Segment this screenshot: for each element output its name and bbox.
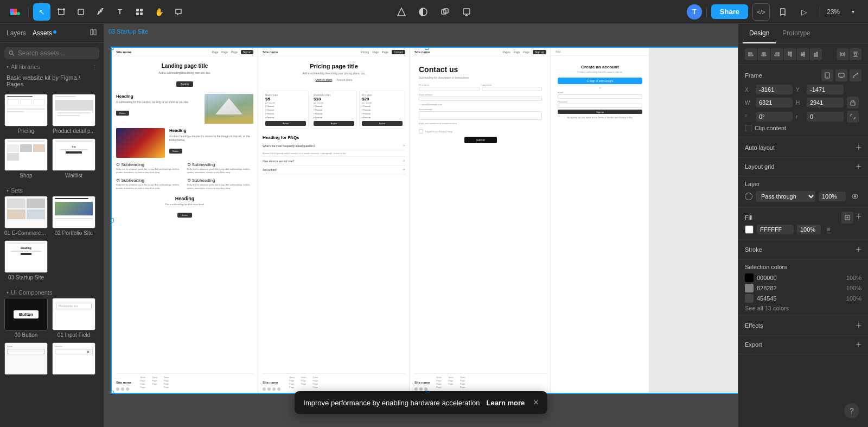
handle-top-left[interactable] (111, 47, 114, 50)
fill-color-swatch[interactable] (745, 225, 754, 234)
stroke-section-header: Stroke + (745, 245, 861, 254)
desktop-frame-button[interactable] (835, 69, 847, 81)
add-export-button[interactable]: + (856, 340, 861, 349)
align-right-button[interactable] (771, 48, 783, 60)
distribute-v-button[interactable] (850, 48, 861, 60)
resize-button[interactable] (850, 69, 861, 81)
fill-style-button[interactable]: ≡ (824, 225, 833, 234)
play-button[interactable]: ▷ (796, 3, 813, 21)
text-tool-button[interactable]: T (111, 3, 129, 21)
list-item[interactable]: Number ▶ (52, 342, 95, 377)
visibility-toggle-button[interactable] (849, 190, 861, 202)
plugins-button[interactable] (393, 3, 410, 21)
shape-tool-button[interactable] (72, 3, 90, 21)
independent-corners-button[interactable] (847, 111, 859, 123)
align-bottom-button[interactable] (810, 48, 822, 60)
components-tool-button[interactable] (131, 3, 148, 21)
zoom-dropdown-button[interactable]: ▾ (844, 3, 861, 21)
align-top-button[interactable] (784, 48, 796, 60)
corner-input[interactable] (807, 112, 844, 122)
sel-color-name-3: 454545 (757, 295, 777, 302)
book-button[interactable] (774, 3, 792, 21)
handle-bottom-left[interactable] (111, 391, 114, 394)
design-tab[interactable]: Design (743, 24, 776, 43)
design-frame[interactable]: 6321 × 2941 Site name Page Page Page (111, 47, 738, 394)
libraries-icon[interactable] (90, 28, 97, 38)
y-input[interactable] (807, 85, 844, 94)
see-all-colors-link[interactable]: See all 13 colors (745, 305, 861, 311)
distribute-h-button[interactable] (837, 48, 848, 60)
all-libraries-header[interactable]: ▾ All libraries ⋮ (0, 59, 104, 72)
libraries-more-icon[interactable]: ⋮ (92, 64, 97, 70)
fill-opacity-input[interactable] (797, 225, 821, 234)
preview-button[interactable] (458, 3, 475, 21)
list-item[interactable]: Button 00 Button (4, 298, 48, 338)
w-input[interactable] (756, 98, 793, 107)
fill-hex-input[interactable] (757, 225, 794, 234)
pricing-footer: Site name (258, 373, 410, 393)
landing-text-col: Heading A subheading for this section, a… (116, 94, 200, 116)
layers-tab[interactable]: Layers (7, 28, 26, 38)
list-item[interactable]: Label (4, 342, 48, 377)
select-tool-button[interactable]: ↖ (33, 3, 50, 21)
frame-tool-button[interactable] (53, 3, 70, 21)
help-button[interactable]: ? (844, 403, 859, 418)
layer-opacity-input[interactable] (819, 192, 846, 201)
code-button[interactable]: </> (752, 3, 770, 21)
hand-tool-button[interactable]: ✋ (150, 3, 168, 21)
toast-learn-more-link[interactable]: Learn more (487, 399, 525, 407)
list-item[interactable]: Shop (4, 138, 48, 179)
ui-components-chevron: ▾ (7, 290, 9, 295)
h-input[interactable] (807, 98, 844, 107)
share-button[interactable]: Share (711, 4, 748, 19)
sel-color-swatch-1[interactable] (745, 273, 754, 282)
list-item[interactable]: Pricing (4, 94, 48, 134)
list-item[interactable]: 02 Portfolio Site (52, 196, 95, 236)
rotation-input[interactable] (756, 112, 793, 122)
align-center-h-button[interactable] (758, 48, 770, 60)
align-left-button[interactable] (745, 48, 757, 60)
sel-color-swatch-3[interactable] (745, 294, 754, 303)
contrast-button[interactable] (414, 3, 432, 21)
landing-mountain-img (205, 94, 253, 124)
list-item[interactable]: Title Waitlist (52, 138, 95, 179)
pen-tool-button[interactable] (92, 3, 109, 21)
list-item[interactable]: Placeholder text 01 Input Field (52, 298, 95, 338)
register-title: Create an account (558, 65, 642, 69)
handle-mid-left[interactable] (111, 218, 114, 222)
lock-aspect-button[interactable] (847, 97, 859, 109)
add-fill-button[interactable]: + (856, 212, 861, 224)
ui-components-header[interactable]: ▾ UI Components (0, 285, 104, 298)
list-item[interactable]: Heading 03 Startup Site (4, 240, 48, 281)
mask-button[interactable] (436, 3, 454, 21)
clip-content-checkbox[interactable] (745, 125, 751, 131)
add-auto-layout-button[interactable]: + (856, 143, 861, 152)
form-privacy: I agree to our Privacy Policy (419, 129, 542, 133)
faq-item-2: How about a second one? + (263, 157, 405, 165)
comment-tool-button[interactable] (170, 3, 187, 21)
search-input[interactable] (18, 49, 95, 57)
mobile-frame-button[interactable] (821, 69, 833, 81)
toast-close-button[interactable]: × (533, 398, 538, 407)
list-item[interactable]: 01 E-Commerce ... (4, 196, 48, 236)
zoom-label[interactable]: 23% (827, 8, 840, 16)
x-input[interactable] (756, 85, 793, 94)
layer-type-indicator[interactable] (745, 193, 752, 200)
prototype-tab[interactable]: Prototype (776, 24, 816, 43)
list-item[interactable]: Product detail p... (52, 94, 95, 134)
add-stroke-button[interactable]: + (856, 245, 861, 254)
add-layout-grid-button[interactable]: + (856, 162, 861, 171)
layer-mode-select[interactable]: Pass through (756, 191, 815, 202)
pricing-card-standard: Standard plan $10 per month • Feature • … (311, 91, 357, 129)
handle-top-mid[interactable] (425, 47, 429, 50)
fill-align-button[interactable] (841, 212, 853, 224)
assets-tab[interactable]: Assets (33, 28, 56, 38)
sets-section-header[interactable]: ▾ Sets (0, 183, 104, 196)
sel-color-swatch-2[interactable] (745, 284, 754, 292)
canvas-page-label: 03 Startup Site (108, 28, 148, 35)
user-avatar[interactable]: T (687, 4, 702, 20)
svg-point-20 (9, 51, 12, 54)
add-effect-button[interactable]: + (856, 321, 861, 330)
figma-menu-button[interactable] (7, 3, 24, 21)
align-middle-button[interactable] (797, 48, 809, 60)
